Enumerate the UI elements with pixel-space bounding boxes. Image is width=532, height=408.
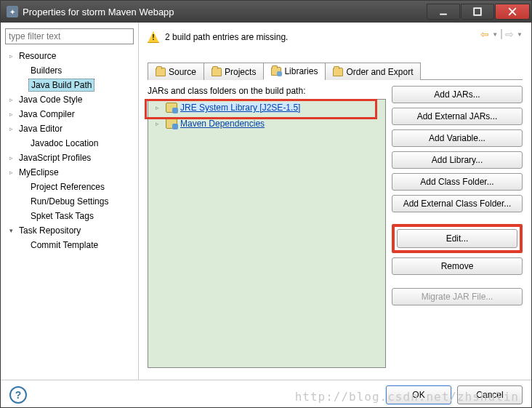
category-tree[interactable]: ▹ResourceBuildersJava Build Path▹Java Co…	[5, 49, 134, 374]
window-title: Properties for storm Maven Webapp	[23, 7, 426, 17]
ok-button[interactable]: OK	[386, 385, 451, 404]
tab-label: Projects	[225, 67, 256, 77]
arrow-collapsed-icon: ▹	[156, 120, 163, 127]
arrow-expanded-icon: ▾	[9, 227, 17, 234]
arrow-collapsed-icon: ▹	[9, 96, 17, 103]
tab-label: Order and Export	[346, 67, 413, 77]
category-label: Project References	[28, 181, 107, 193]
warning-icon: !	[148, 31, 159, 43]
svg-rect-1	[474, 8, 481, 15]
category-item[interactable]: ▹JavaScript Profiles	[5, 151, 134, 165]
folder-icon	[271, 67, 281, 76]
arrow-collapsed-icon: ▹	[9, 52, 17, 60]
category-label: Task Repository	[17, 225, 83, 236]
tab-bar: SourceProjectsLibrariesOrder and Export	[148, 62, 523, 80]
help-button[interactable]: ?	[9, 386, 27, 404]
add-external-class-folder-button[interactable]: Add External Class Folder...	[392, 195, 523, 212]
maximize-button[interactable]	[461, 4, 494, 20]
category-item[interactable]: ▹MyEclipse	[5, 165, 134, 180]
title-bar: ✦ Properties for storm Maven Webapp	[1, 1, 531, 23]
warning-text: 2 build path entries are missing.	[165, 32, 288, 42]
category-label: Java Editor	[17, 123, 65, 135]
cancel-button[interactable]: Cancel	[457, 385, 523, 404]
add-library-button[interactable]: Add Library...	[392, 151, 523, 169]
library-row[interactable]: ▹Maven Dependencies	[148, 116, 385, 132]
forward-dropdown-icon[interactable]: ▼	[517, 31, 523, 38]
category-label: Java Build Path	[28, 79, 94, 92]
category-item[interactable]: ▹Resource	[5, 49, 134, 63]
category-label: MyEclipse	[17, 167, 61, 178]
library-tree[interactable]: ▹JRE System Library [J2SE-1.5]▹Maven Dep…	[148, 99, 386, 368]
category-label: Java Compiler	[17, 108, 77, 120]
category-item[interactable]: Javadoc Location	[5, 136, 134, 151]
arrow-collapsed-icon: ▹	[9, 111, 17, 118]
tab-label: Source	[169, 67, 196, 77]
tab-order-and-export[interactable]: Order and Export	[325, 63, 421, 80]
category-item[interactable]: ▹Java Editor	[5, 121, 134, 136]
dialog-button-bar: ? OK Cancel	[1, 380, 531, 408]
library-label: JRE System Library [J2SE-1.5]	[180, 103, 300, 113]
libraries-panel: JARs and class folders on the build path…	[148, 86, 386, 378]
category-label: Resource	[17, 50, 58, 62]
main-panel: ! 2 build path entries are missing. ⇦ ▼ …	[139, 23, 531, 380]
category-item[interactable]: Spket Task Tags	[5, 209, 134, 223]
migrate-jar-button: Migrate JAR File...	[392, 288, 523, 305]
category-label: Javadoc Location	[28, 137, 100, 149]
nav-separator	[501, 29, 502, 39]
category-item[interactable]: ▹Java Code Style	[5, 92, 134, 107]
app-icon: ✦	[7, 6, 18, 17]
highlight-box-edit: Edit...	[392, 224, 523, 253]
add-jars-button[interactable]: Add JARs...	[392, 86, 523, 103]
category-label: Java Code Style	[17, 94, 84, 105]
category-item[interactable]: Project References	[5, 180, 134, 194]
category-item[interactable]: ▾Task Repository	[5, 223, 134, 238]
folder-icon	[156, 68, 166, 76]
add-class-folder-button[interactable]: Add Class Folder...	[392, 173, 523, 191]
category-item[interactable]: Run/Debug Settings	[5, 194, 134, 209]
category-label: Commit Template	[28, 239, 100, 251]
panel-label: JARs and class folders on the build path…	[148, 86, 386, 96]
library-label: Maven Dependencies	[180, 119, 265, 129]
back-icon[interactable]: ⇦	[480, 28, 489, 40]
library-row[interactable]: ▹JRE System Library [J2SE-1.5]	[148, 100, 385, 116]
tab-source[interactable]: Source	[148, 63, 204, 80]
category-item[interactable]: ▹Java Compiler	[5, 107, 134, 121]
folder-icon	[211, 68, 222, 76]
arrow-collapsed-icon: ▹	[9, 125, 17, 132]
edit-button[interactable]: Edit...	[397, 229, 517, 248]
warning-row: ! 2 build path entries are missing.	[148, 28, 523, 46]
category-panel: ▹ResourceBuildersJava Build Path▹Java Co…	[1, 23, 139, 380]
arrow-collapsed-icon: ▹	[9, 154, 17, 161]
category-label: Builders	[28, 65, 64, 76]
remove-button[interactable]: Remove	[392, 257, 523, 275]
minimize-button[interactable]	[427, 4, 460, 20]
arrow-collapsed-icon: ▹	[156, 104, 163, 111]
category-label: Spket Task Tags	[28, 210, 96, 222]
nav-row: ⇦ ▼ ⇨ ▼	[480, 28, 523, 40]
filter-input[interactable]	[5, 28, 134, 44]
category-item[interactable]: Builders	[5, 63, 134, 78]
category-item[interactable]: Java Build Path	[5, 78, 134, 92]
back-dropdown-icon[interactable]: ▼	[492, 31, 498, 38]
folder-icon	[333, 68, 343, 76]
arrow-collapsed-icon: ▹	[9, 169, 17, 176]
forward-icon[interactable]: ⇨	[505, 28, 514, 40]
library-icon	[166, 103, 177, 113]
button-column: Add JARs... Add External JARs... Add Var…	[392, 86, 523, 378]
tab-libraries[interactable]: Libraries	[263, 63, 326, 80]
window-controls	[426, 4, 530, 20]
category-label: JavaScript Profiles	[17, 152, 93, 164]
category-item[interactable]: Commit Template	[5, 238, 134, 252]
add-external-jars-button[interactable]: Add External JARs...	[392, 108, 523, 125]
tab-label: Libraries	[284, 66, 318, 76]
library-icon	[166, 119, 177, 129]
close-button[interactable]	[495, 4, 530, 20]
tab-projects[interactable]: Projects	[203, 63, 264, 80]
category-label: Run/Debug Settings	[28, 196, 110, 207]
add-variable-button[interactable]: Add Variable...	[392, 129, 523, 147]
